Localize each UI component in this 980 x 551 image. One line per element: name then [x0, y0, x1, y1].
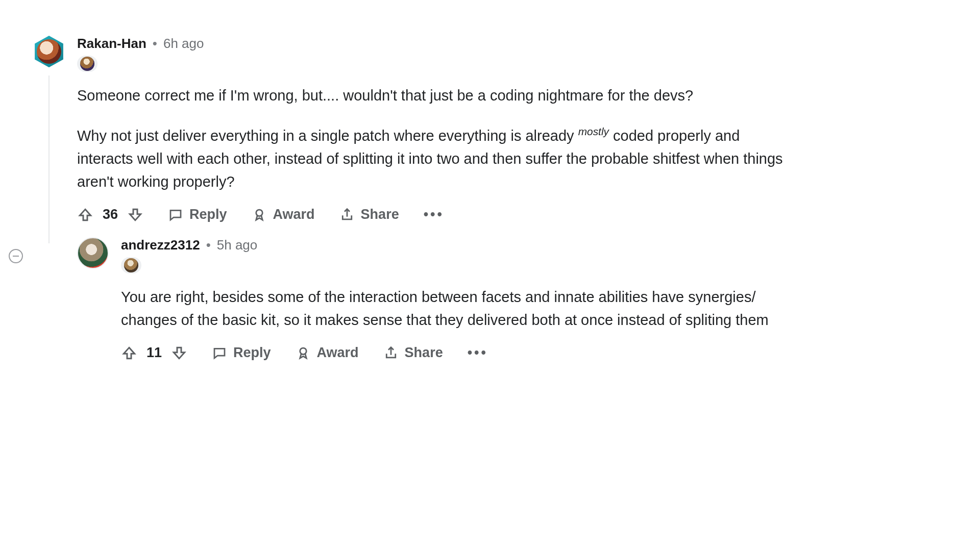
flair-icon: [124, 258, 138, 272]
vote-score: 11: [146, 345, 162, 361]
comment-actions: 36 Reply Award Share •••: [77, 207, 799, 223]
award-label: Award: [317, 345, 359, 361]
share-icon: [339, 207, 355, 222]
share-button[interactable]: Share: [339, 207, 399, 222]
comment-actions: 11 Reply Award Share •••: [121, 345, 799, 361]
upvote-icon: [77, 207, 93, 223]
collapse-toggle[interactable]: [9, 249, 23, 263]
comment-body: You are right, besides some of the inter…: [121, 286, 799, 332]
comment-paragraph: Why not just deliver everything in a sin…: [77, 123, 792, 193]
award-icon: [252, 207, 267, 222]
avatar-hex-frame: [33, 36, 65, 67]
comment-icon: [168, 207, 183, 222]
comment: Rakan-Han • 6h ago Someone correct me if…: [33, 36, 799, 223]
more-button[interactable]: •••: [468, 345, 488, 361]
upvote-button[interactable]: [77, 207, 93, 223]
award-icon: [296, 345, 311, 361]
username-link[interactable]: andrezz2312: [121, 237, 200, 253]
separator-dot: •: [206, 237, 211, 253]
award-button[interactable]: Award: [296, 345, 359, 361]
vote-group: 11: [121, 345, 187, 361]
reply-label: Reply: [233, 345, 271, 361]
user-flair: [77, 56, 97, 72]
share-icon: [383, 345, 399, 361]
timestamp: 5h ago: [217, 237, 258, 253]
reply-button[interactable]: Reply: [168, 207, 227, 222]
award-button[interactable]: Award: [252, 207, 315, 222]
share-label: Share: [361, 207, 399, 222]
upvote-button[interactable]: [121, 345, 137, 361]
avatar[interactable]: [33, 36, 65, 67]
downvote-icon: [171, 345, 187, 361]
more-button[interactable]: •••: [424, 207, 444, 222]
comment-thread: Rakan-Han • 6h ago Someone correct me if…: [33, 36, 799, 375]
downvote-button[interactable]: [171, 345, 187, 361]
avatar-image: [77, 237, 109, 269]
text-run: Why not just deliver everything in a sin…: [77, 128, 578, 144]
comment-icon: [212, 345, 227, 361]
share-label: Share: [405, 345, 443, 361]
comment-body: Someone correct me if I'm wrong, but....…: [77, 84, 792, 193]
downvote-icon: [127, 207, 143, 223]
avatar-image: [37, 39, 61, 64]
separator-dot: •: [153, 36, 157, 52]
username-link[interactable]: Rakan-Han: [77, 36, 146, 52]
svg-point-0: [256, 210, 262, 216]
vote-group: 36: [77, 207, 143, 223]
vote-score: 36: [103, 207, 118, 222]
avatar[interactable]: [77, 237, 109, 269]
comment-thread-view: Rakan-Han • 6h ago Someone correct me if…: [0, 0, 980, 551]
downvote-button[interactable]: [127, 207, 143, 223]
upvote-icon: [121, 345, 137, 361]
svg-point-1: [300, 348, 306, 355]
flair-icon: [80, 57, 94, 71]
award-label: Award: [273, 207, 315, 222]
user-flair: [121, 257, 141, 273]
timestamp: 6h ago: [163, 36, 204, 52]
share-button[interactable]: Share: [383, 345, 443, 361]
comment-paragraph: Someone correct me if I'm wrong, but....…: [77, 84, 792, 107]
comment-paragraph: You are right, besides some of the inter…: [121, 286, 799, 332]
sup-text: mostly: [578, 126, 609, 137]
reply-label: Reply: [189, 207, 227, 222]
comment: andrezz2312 • 5h ago You are right, besi…: [77, 237, 799, 361]
comment-header: Rakan-Han • 6h ago: [77, 36, 799, 52]
reply-button[interactable]: Reply: [212, 345, 271, 361]
thread-line: [48, 76, 50, 243]
comment-header: andrezz2312 • 5h ago: [121, 237, 799, 253]
